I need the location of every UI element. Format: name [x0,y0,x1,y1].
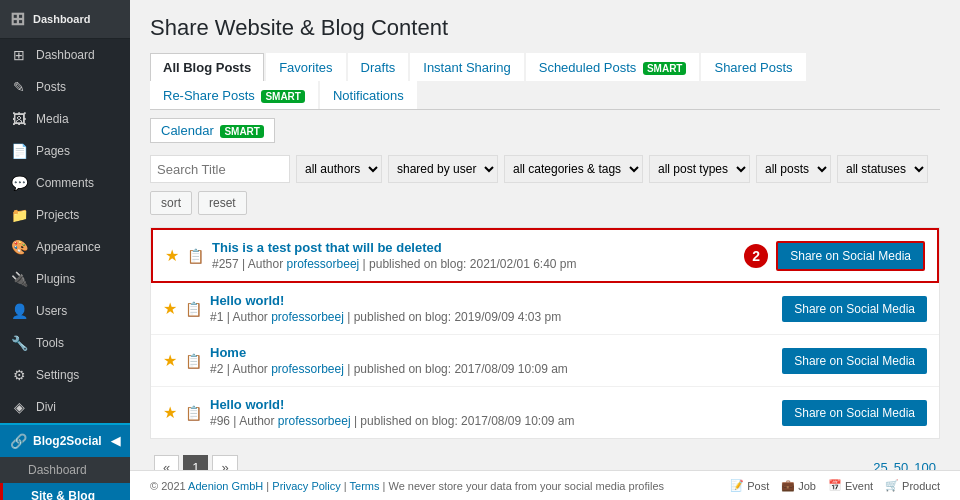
post-title[interactable]: Hello world! [210,397,284,412]
chevron-icon: ◀ [111,434,120,448]
tab-drafts[interactable]: Drafts [348,53,409,81]
sidebar-item-tools[interactable]: 🔧 Tools [0,327,130,359]
authors-select[interactable]: all authors [296,155,382,183]
footer-icons: 📝 Post 💼 Job 📅 Event 🛒 Product [730,479,940,492]
statuses-select[interactable]: all statuses [837,155,928,183]
sidebar-item-projects[interactable]: 📁 Projects [0,199,130,231]
projects-icon: 📁 [10,207,28,223]
blog2social-submenu: Dashboard Site & Blog Content Social Med… [0,457,130,500]
share-button-3[interactable]: Share on Social Media [782,400,927,426]
filter-row: all authors shared by user all categorie… [150,155,940,183]
footer: © 2021 Adenion GmbH | Privacy Policy | T… [130,470,960,500]
next-page-button[interactable]: » [212,455,237,470]
post-title[interactable]: Home [210,345,246,360]
sidebar-item-pages[interactable]: 📄 Pages [0,135,130,167]
author-link[interactable]: professorbeej [271,310,344,324]
submenu-dashboard[interactable]: Dashboard [0,457,130,483]
sidebar-item-plugins[interactable]: 🔌 Plugins [0,263,130,295]
sidebar-item-appearance[interactable]: 🎨 Appearance [0,231,130,263]
share-button-1[interactable]: Share on Social Media [782,296,927,322]
footer-job-icon: 💼 Job [781,479,816,492]
job-icon: 💼 [781,479,795,492]
tab-notifications[interactable]: Notifications [320,81,417,109]
content-area: Share Website & Blog Content All Blog Po… [130,0,960,470]
sidebar: ⊞ Dashboard ⊞ Dashboard ✎ Posts 🖼 Media … [0,0,130,500]
event-label: Event [845,480,873,492]
sidebar-item-label: Posts [36,80,66,94]
sidebar-item-settings[interactable]: ⚙ Settings [0,359,130,391]
tab-shared-posts[interactable]: Shared Posts [701,53,805,81]
author-link[interactable]: professorbeej [287,257,360,271]
tab-reshare-posts[interactable]: Re-Share Posts SMART [150,81,318,109]
tab-instant-sharing[interactable]: Instant Sharing [410,53,523,81]
sidebar-item-dashboard[interactable]: ⊞ Dashboard [0,39,130,71]
scheduled-badge: SMART [643,62,687,75]
post-type-icon: 📋 [187,248,204,264]
sidebar-item-divi[interactable]: ◈ Divi [0,391,130,423]
star-icon[interactable]: ★ [163,403,177,422]
prev-page-button[interactable]: « [154,455,179,470]
blog2social-section[interactable]: 🔗 Blog2Social ◀ [0,423,130,457]
calendar-badge: SMART [220,125,264,138]
product-label: Product [902,480,940,492]
post-meta: #96 | Author professorbeej | published o… [210,414,774,428]
posts-icon: ✎ [10,79,28,95]
tabs-row2: Calendar SMART [150,114,940,143]
footer-event-icon: 📅 Event [828,479,873,492]
main-content: Share Website & Blog Content All Blog Po… [130,0,960,500]
tab-scheduled-posts[interactable]: Scheduled Posts SMART [526,53,700,81]
posts-list: ★ 📋 This is a test post that will be del… [150,227,940,439]
comments-icon: 💬 [10,175,28,191]
per-page-100[interactable]: 100 [914,460,936,470]
per-page-25[interactable]: 25 [873,460,887,470]
post-meta: #257 | Author professorbeej | published … [212,257,736,271]
sidebar-item-label: Media [36,112,69,126]
post-label: Post [747,480,769,492]
footer-terms-link[interactable]: Terms [350,480,380,492]
author-link[interactable]: professorbeej [271,362,344,376]
sort-button[interactable]: sort [150,191,192,215]
post-info: Hello world! #96 | Author professorbeej … [210,397,774,428]
submenu-site-blog-content[interactable]: Site & Blog Content [0,483,130,500]
author-link[interactable]: professorbeej [278,414,351,428]
sort-reset-row: sort reset [150,191,940,215]
star-icon[interactable]: ★ [163,351,177,370]
sidebar-item-posts[interactable]: ✎ Posts [0,71,130,103]
post-title[interactable]: This is a test post that will be deleted [212,240,442,255]
footer-company-link[interactable]: Adenion GmbH [188,480,263,492]
post-icon: 📝 [730,479,744,492]
sidebar-item-users[interactable]: 👤 Users [0,295,130,327]
page-title: Share Website & Blog Content [150,15,940,41]
reshare-badge: SMART [261,90,305,103]
star-icon[interactable]: ★ [165,246,179,265]
post-title[interactable]: Hello world! [210,293,284,308]
share-button-2[interactable]: Share on Social Media [782,348,927,374]
footer-text: © 2021 Adenion GmbH | Privacy Policy | T… [150,480,664,492]
sidebar-item-label: Projects [36,208,79,222]
table-row: ★ 📋 Hello world! #96 | Author professorb… [151,387,939,438]
tab-favorites[interactable]: Favorites [266,53,345,81]
share-button-0[interactable]: Share on Social Media [776,241,925,271]
sidebar-item-label: Settings [36,368,79,382]
footer-privacy-link[interactable]: Privacy Policy [272,480,340,492]
sidebar-item-media[interactable]: 🖼 Media [0,103,130,135]
tab-all-blog-posts[interactable]: All Blog Posts [150,53,264,81]
posts-select[interactable]: all posts [756,155,831,183]
sidebar-item-label: Pages [36,144,70,158]
plugins-icon: 🔌 [10,271,28,287]
search-input[interactable] [150,155,290,183]
sidebar-item-comments[interactable]: 💬 Comments [0,167,130,199]
sidebar-item-label: Users [36,304,67,318]
reset-button[interactable]: reset [198,191,247,215]
post-type-icon: 📋 [185,353,202,369]
categories-select[interactable]: all categories & tags [504,155,643,183]
post-types-select[interactable]: all post types [649,155,750,183]
star-icon[interactable]: ★ [163,299,177,318]
per-page-50[interactable]: 50 [894,460,908,470]
sidebar-item-label: Dashboard [36,48,95,62]
shared-by-select[interactable]: shared by user [388,155,498,183]
table-row: ★ 📋 Hello world! #1 | Author professorbe… [151,283,939,335]
tab-calendar[interactable]: Calendar SMART [150,118,275,143]
pages-icon: 📄 [10,143,28,159]
current-page-button[interactable]: 1 [183,455,208,470]
